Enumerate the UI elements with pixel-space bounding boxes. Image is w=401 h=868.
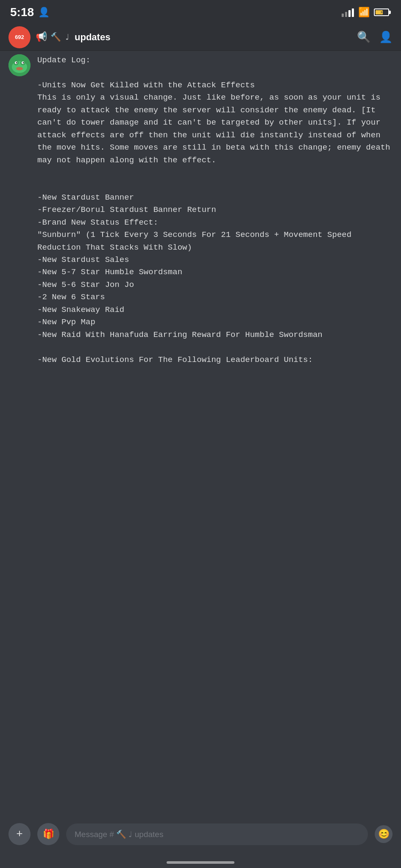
svg-point-6 <box>16 62 17 64</box>
status-bar: 5:18 👤 📶 ⚡ <box>0 0 401 24</box>
megaphone-icon: 📢 <box>36 31 47 43</box>
home-indicator <box>167 861 234 864</box>
hammer-icon: 🔨 <box>50 32 61 42</box>
message-input-field[interactable]: Message # 🔨 ♩ updates <box>66 823 368 845</box>
gift-icon: 🎁 <box>43 829 54 840</box>
avatar-col <box>8 54 31 366</box>
battery-icon: ⚡ <box>374 8 391 16</box>
members-button[interactable]: 👤 <box>379 31 393 44</box>
input-bar: + 🎁 Message # 🔨 ♩ updates 😊 <box>0 817 401 851</box>
signal-bars-icon <box>342 8 354 17</box>
add-button[interactable]: + <box>8 823 31 845</box>
status-icons: 📶 ⚡ <box>342 7 391 18</box>
notification-badge: 692 <box>8 26 31 48</box>
header-icons-left: 📢 🔨 ♩ <box>36 31 70 43</box>
svg-point-7 <box>23 62 24 64</box>
emoji-icon: 😊 <box>378 829 390 840</box>
header-icons-right[interactable]: 🔍 👤 <box>357 31 393 44</box>
svg-point-8 <box>16 67 23 70</box>
message-row: Update Log: -Units Now Get Killed with t… <box>8 51 393 368</box>
message-text: Update Log: -Units Now Get Killed with t… <box>37 54 393 366</box>
emoji-button[interactable]: 😊 <box>375 825 393 843</box>
server-icon-container[interactable]: 692 <box>8 26 31 48</box>
message-content: Update Log: -Units Now Get Killed with t… <box>37 54 393 366</box>
channel-header: 692 📢 🔨 ♩ updates 🔍 👤 <box>0 24 401 51</box>
input-placeholder: Message # 🔨 ♩ updates <box>75 829 359 839</box>
channel-name: updates <box>75 32 110 43</box>
search-button[interactable]: 🔍 <box>357 31 370 44</box>
wifi-icon: 📶 <box>358 7 370 18</box>
status-time: 5:18 <box>10 6 34 19</box>
gift-button[interactable]: 🎁 <box>37 823 59 845</box>
profile-status-icon: 👤 <box>38 7 50 18</box>
avatar-image <box>8 54 31 76</box>
music-note-icon: ♩ <box>64 32 70 42</box>
message-area: Update Log: -Units Now Get Killed with t… <box>0 51 401 368</box>
plus-icon: + <box>16 828 23 840</box>
avatar <box>8 54 31 76</box>
